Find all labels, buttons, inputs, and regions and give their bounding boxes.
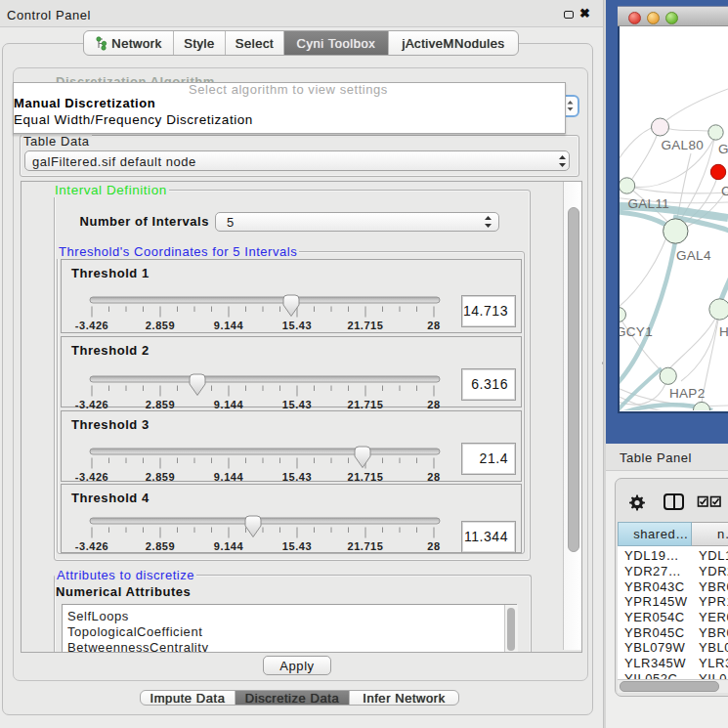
- svg-text:21.715: 21.715: [348, 471, 384, 483]
- svg-text:28: 28: [427, 471, 440, 483]
- svg-text:G.: G.: [718, 142, 728, 156]
- svg-text:GAL11: GAL11: [628, 196, 670, 211]
- svg-text:2.859: 2.859: [146, 540, 175, 552]
- svg-text:-3.426: -3.426: [75, 540, 109, 552]
- svg-text:C: C: [721, 184, 728, 198]
- svg-text:2.859: 2.859: [146, 399, 175, 410]
- svg-text:21.715: 21.715: [348, 540, 384, 552]
- svg-text:2.859: 2.859: [146, 471, 175, 483]
- svg-text:15.43: 15.43: [282, 540, 312, 552]
- svg-text:15.43: 15.43: [282, 399, 312, 410]
- svg-text:GAL80: GAL80: [662, 138, 705, 152]
- svg-text:GCY1: GCY1: [620, 324, 653, 339]
- svg-text:21.715: 21.715: [348, 399, 384, 410]
- svg-text:28: 28: [427, 320, 440, 331]
- svg-text:15.43: 15.43: [282, 471, 312, 483]
- svg-text:9.144: 9.144: [214, 471, 244, 483]
- svg-text:-3.426: -3.426: [75, 320, 109, 331]
- svg-text:H: H: [719, 324, 728, 339]
- svg-text:9.144: 9.144: [214, 320, 244, 331]
- svg-text:HAP2: HAP2: [669, 386, 705, 401]
- svg-text:GAL4: GAL4: [676, 248, 711, 263]
- svg-text:9.144: 9.144: [214, 399, 244, 410]
- svg-text:-3.426: -3.426: [75, 399, 109, 410]
- svg-text:2.859: 2.859: [146, 320, 175, 331]
- svg-text:28: 28: [427, 399, 440, 410]
- svg-text:15.43: 15.43: [282, 320, 312, 331]
- svg-text:-3.426: -3.426: [75, 471, 109, 483]
- svg-text:9.144: 9.144: [214, 540, 244, 552]
- svg-text:28: 28: [427, 540, 440, 552]
- svg-text:21.715: 21.715: [348, 320, 384, 331]
